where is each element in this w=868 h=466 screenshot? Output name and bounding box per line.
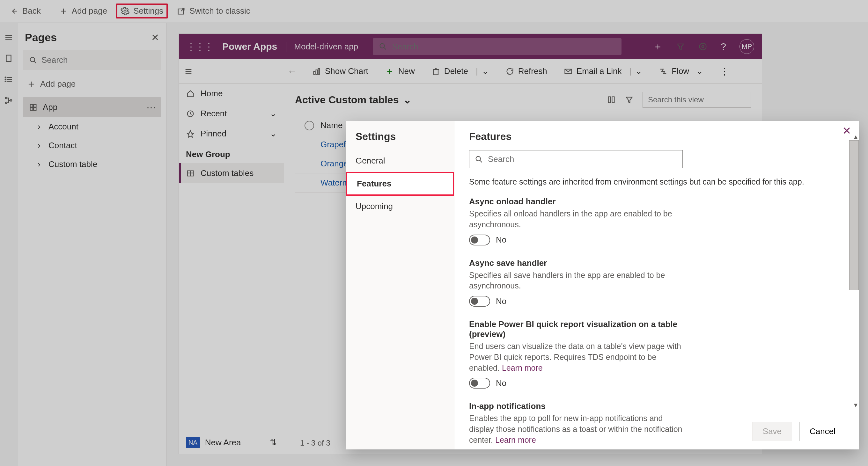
settings-nav-features[interactable]: Features [346,172,454,196]
settings-nav-upcoming[interactable]: Upcoming [346,196,454,218]
save-button[interactable]: Save [752,422,792,441]
scroll-up-icon[interactable]: ▴ [854,133,858,141]
settings-nav-general[interactable]: General [346,150,454,172]
feature-block: In-app notificationsEnables the app to p… [469,401,686,450]
features-intro: Some feature settings are inherited from… [469,177,844,187]
cancel-button[interactable]: Cancel [799,422,846,441]
feature-title: Async onload handler [469,197,686,206]
feature-toggle[interactable] [469,296,490,307]
toggle-label: No [496,235,506,245]
feature-toggle[interactable] [469,378,490,389]
svg-line-50 [480,160,482,162]
feature-desc: Specifies all onload handlers in the app… [469,208,686,230]
feature-desc: End users can visualize the data on a ta… [469,341,686,373]
feature-desc: Specifies all save handlers in the app a… [469,270,686,292]
scroll-down-icon[interactable]: ▾ [854,401,858,409]
feature-toggle[interactable] [469,235,490,245]
settings-title: Settings [346,131,454,150]
scrollbar[interactable] [849,140,859,290]
feature-title: Async save handler [469,258,686,268]
feature-block: Async save handlerSpecifies all save han… [469,258,686,307]
settings-right-title: Features [469,131,844,142]
toggle-label: No [496,378,506,388]
search-icon [474,155,484,164]
toggle-label: No [496,296,506,306]
learn-more-link[interactable]: Learn more [502,363,543,372]
features-search-input[interactable] [488,154,677,164]
learn-more-link[interactable]: Learn more [495,435,536,444]
feature-title: In-app notifications [469,401,686,411]
features-search[interactable] [469,150,683,168]
feature-title: Enable Power BI quick report visualizati… [469,320,686,339]
feature-block: Enable Power BI quick report visualizati… [469,320,686,389]
feature-desc: Enables the app to poll for new in-app n… [469,413,686,445]
svg-point-49 [476,156,480,161]
feature-block: Async onload handlerSpecifies all onload… [469,197,686,245]
settings-close-icon[interactable]: ✕ [842,124,851,137]
